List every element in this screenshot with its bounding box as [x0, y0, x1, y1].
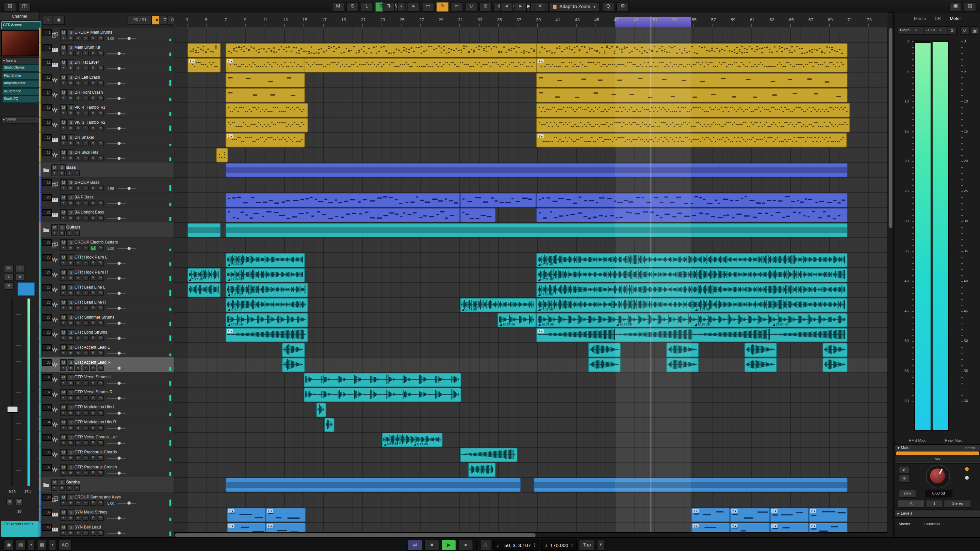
strip-r-button[interactable]: R	[3, 283, 14, 290]
record-arm-icon[interactable]: ●	[60, 51, 66, 56]
track-write-button[interactable]: W	[97, 515, 103, 521]
track-mute-button[interactable]: M	[60, 299, 67, 306]
track-write-button[interactable]: W	[97, 455, 103, 461]
lanes-icon[interactable]: ≡	[83, 51, 89, 56]
meter-reset-icon[interactable]: ↺	[960, 26, 970, 35]
record-arm-icon[interactable]: ●	[60, 515, 66, 521]
clip[interactable]: 1 ▾	[227, 508, 266, 522]
edit-channel-icon[interactable]: e	[75, 81, 81, 86]
erase-tool-icon[interactable]: ⊘	[479, 2, 492, 12]
track-mute-button[interactable]: M	[60, 254, 67, 261]
track-name[interactable]: DR Stick Hits	[75, 149, 98, 154]
record-arm-icon[interactable]: ●	[60, 156, 66, 161]
track-write-button[interactable]: W	[97, 200, 103, 206]
track-row[interactable]: 30MSGTR Accent Lead R●◉e≡RW	[39, 357, 174, 373]
clip[interactable]	[316, 403, 326, 417]
lanes-icon[interactable]: ≡	[74, 230, 80, 236]
track-mute-button[interactable]: M	[60, 269, 67, 276]
transport-options-icon[interactable]: ▾	[27, 540, 35, 551]
track-name[interactable]: GTR Verse Strums L	[75, 375, 112, 379]
record-arm-icon[interactable]: ●	[60, 81, 66, 86]
record-button[interactable]: ●	[458, 540, 473, 551]
track-solo-button[interactable]: S	[68, 434, 75, 441]
vertical-scrollbar-thumb[interactable]	[889, 28, 892, 228]
lanes-icon[interactable]: ≡	[83, 395, 89, 401]
edit-channel-icon[interactable]: e	[75, 321, 81, 326]
clip[interactable]: 1 ▾	[226, 133, 305, 148]
project-window-icon[interactable]: ◫	[18, 2, 30, 12]
track-read-button[interactable]: R	[90, 410, 96, 416]
track-row[interactable]: 37MSGTR Prechorus Crunch●◉e≡RW	[39, 462, 174, 478]
track-write-button[interactable]: W	[97, 216, 103, 221]
edit-channel-icon[interactable]: e	[75, 36, 81, 41]
track-name[interactable]: GTR Modulation Hits R	[75, 419, 116, 424]
lanes-icon[interactable]: ≡	[83, 36, 89, 41]
clip[interactable]: 1 ▾	[188, 58, 221, 73]
position-display[interactable]: ♩ 50. 3. 3.107 ▲▼	[493, 540, 540, 551]
track-write-button[interactable]: W	[97, 365, 103, 371]
track-volume-slider[interactable]	[117, 188, 136, 189]
monitor-icon[interactable]: ◉	[68, 410, 74, 416]
tempo-stepper[interactable]: ▲▼	[571, 543, 573, 548]
track-read-button[interactable]: R	[90, 530, 96, 536]
track-solo-button[interactable]: S	[68, 314, 75, 321]
track-volume-slider[interactable]	[107, 322, 126, 324]
edit-channel-icon[interactable]: e	[75, 246, 81, 251]
clip[interactable]: ◢ 7.97 dB	[188, 268, 221, 283]
track-mute-button[interactable]: M	[60, 179, 67, 186]
lanes-icon[interactable]: ≡	[83, 530, 89, 536]
track-name[interactable]: SYN Mello Strings	[75, 509, 108, 513]
track-mute-button[interactable]: M	[60, 59, 67, 66]
track-row[interactable]: 14MSDR Right Crash●◉e≡RW	[39, 87, 174, 103]
track-read-button[interactable]: R	[90, 395, 96, 401]
lanes-icon[interactable]: ≡	[83, 321, 89, 326]
read-automation-button[interactable]: R	[6, 499, 13, 505]
track-name[interactable]: GTR Modulation Hits L	[75, 405, 116, 409]
track-name[interactable]: GROUP Main Drums	[75, 30, 112, 34]
clip[interactable]	[216, 148, 228, 162]
strip-m-button[interactable]: M	[3, 265, 14, 272]
lanes-icon[interactable]: ≡	[83, 455, 89, 461]
quantize-icon[interactable]: Q	[602, 2, 614, 12]
insert-slot[interactable]: PitchShifter	[2, 72, 41, 79]
record-arm-icon[interactable]: ●	[60, 260, 66, 266]
clip[interactable]: 1 ▾	[226, 58, 305, 73]
track-solo-button[interactable]: S	[68, 449, 75, 456]
track-solo-button[interactable]: S	[68, 269, 75, 276]
lanes-icon[interactable]: ≡	[83, 440, 89, 446]
track-name[interactable]: GTR Lead Line R	[75, 299, 106, 303]
lanes-icon[interactable]: ≡	[83, 470, 89, 476]
clip[interactable]	[226, 73, 305, 87]
lanes-icon[interactable]: ≡	[74, 485, 80, 491]
stop-button[interactable]: ■	[424, 540, 439, 551]
track-write-button[interactable]: W	[97, 470, 103, 476]
track-volume-slider[interactable]	[107, 308, 126, 309]
track-visibility-counter[interactable]: 90 / 91	[127, 16, 153, 25]
track-volume-slider[interactable]	[107, 518, 126, 519]
monitor-icon[interactable]: ◉	[68, 51, 74, 56]
monitor-icon[interactable]: ◉	[68, 291, 74, 296]
track-volume-slider[interactable]	[107, 53, 126, 54]
track-name[interactable]: GROUP Synths and Keys	[75, 494, 121, 499]
mixer-icon[interactable]: ▤	[16, 540, 26, 551]
control-room-level-knob[interactable]	[926, 465, 950, 488]
clip[interactable]	[536, 103, 850, 118]
track-volume-slider[interactable]	[107, 443, 126, 444]
keyboard-icon[interactable]: ▦	[37, 540, 47, 551]
lanes-icon[interactable]: ≡	[83, 500, 89, 506]
strip-s-button[interactable]: S	[15, 265, 25, 272]
tempo-mode-dropdown-icon[interactable]: ▼	[597, 540, 605, 551]
record-arm-icon[interactable]: ●	[60, 125, 66, 131]
object-selection-tool-icon[interactable]: ▸	[407, 2, 420, 12]
track-write-button[interactable]: W	[97, 410, 103, 416]
track-read-button[interactable]: R	[90, 125, 96, 131]
snap-icon[interactable]: ✕	[534, 2, 546, 12]
monitor-icon[interactable]: ◉	[68, 515, 74, 521]
monitor-icon[interactable]: ◉	[68, 246, 74, 251]
track-row[interactable]: 24MSGTR Hook Palm R●◉e≡RW	[39, 267, 174, 283]
track-name[interactable]: GTR Verse Strums R	[75, 389, 113, 394]
track-name[interactable]: DR Right Crash	[75, 90, 103, 94]
keyboard-options-icon[interactable]: ▾	[49, 540, 56, 551]
clip[interactable]	[226, 88, 305, 103]
track-write-button[interactable]: W	[97, 156, 103, 161]
